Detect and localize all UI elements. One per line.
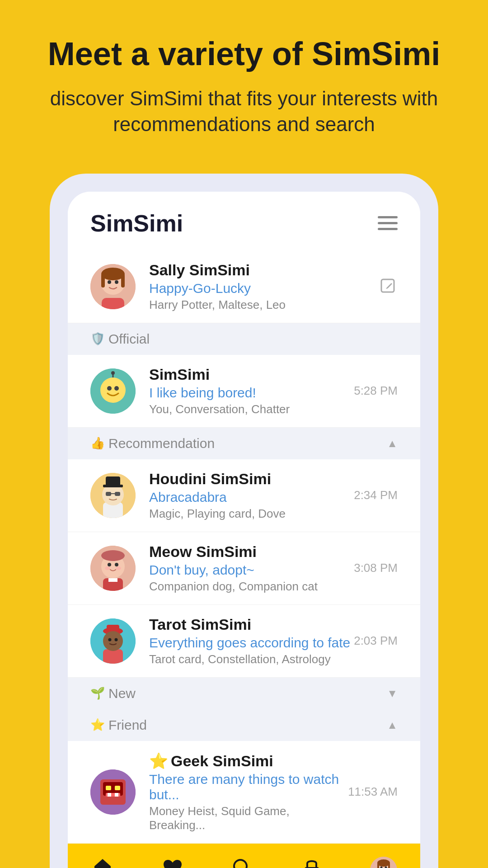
svg-point-6 — [115, 280, 118, 284]
collapse-icon[interactable]: ▲ — [387, 437, 398, 450]
svg-point-14 — [111, 371, 115, 375]
contact-tagline: I like being bored! — [149, 385, 354, 401]
svg-rect-20 — [106, 492, 111, 496]
contact-tags: Money Heist, Squid Game, Breaking... — [149, 804, 348, 832]
featured-contact-info: Sally SimSimi Happy-Go-Lucky Harry Potte… — [149, 261, 378, 312]
svg-point-27 — [115, 563, 118, 566]
contact-tags: Companion dog, Companion cat — [149, 580, 354, 594]
svg-point-10 — [100, 377, 126, 403]
contact-info-geek: ⭐Geek SimSimi There are many things to w… — [149, 752, 348, 832]
contact-info-houdini: Houdini SimSimi Abracadabra Magic, Playi… — [149, 470, 354, 521]
contact-tagline: Don't buy, adopt~ — [149, 562, 354, 578]
svg-point-11 — [107, 386, 112, 391]
hamburger-line-2 — [378, 222, 398, 224]
svg-point-37 — [108, 638, 112, 641]
section-header-new[interactable]: 🌱 New ▼ — [68, 678, 420, 709]
contact-tagline: Abracadabra — [149, 490, 354, 505]
featured-contact-name: Sally SimSimi — [149, 261, 378, 279]
section-label-new: New — [108, 686, 387, 701]
section-header-official: 🛡️ Official — [68, 323, 420, 355]
section-header-recommendation[interactable]: 👍 Recommendation ▲ — [68, 428, 420, 459]
contact-item-meow[interactable]: Meow SimSimi Don't buy, adopt~ Companion… — [68, 532, 420, 605]
featured-contact-tagline: Happy-Go-Lucky — [149, 281, 378, 296]
contact-item-geek[interactable]: ⭐Geek SimSimi There are many things to w… — [68, 741, 420, 844]
heart-icon — [161, 856, 184, 868]
nav-item-search[interactable] — [230, 856, 254, 868]
svg-rect-42 — [106, 786, 111, 790]
star-badge: ⭐ — [149, 752, 168, 769]
section-label-friend: Friend — [108, 717, 387, 733]
hamburger-menu-button[interactable] — [378, 216, 398, 230]
contact-item-tarot[interactable]: Tarot SimSimi Everything goes according … — [68, 605, 420, 678]
svg-point-26 — [108, 563, 111, 566]
svg-rect-54 — [377, 863, 379, 868]
svg-rect-45 — [108, 793, 111, 797]
svg-point-5 — [108, 280, 111, 284]
svg-point-29 — [116, 566, 121, 570]
nav-item-lock[interactable] — [300, 856, 324, 868]
svg-rect-33 — [103, 649, 123, 664]
contact-time: 5:28 PM — [354, 384, 398, 398]
section-label-recommendation: Recommendation — [108, 436, 387, 451]
hamburger-line-1 — [378, 216, 398, 218]
app-header: SimSimi — [68, 192, 420, 250]
contact-time: 11:53 AM — [348, 785, 398, 799]
search-icon — [230, 856, 254, 868]
home-icon — [91, 856, 114, 868]
svg-point-53 — [377, 859, 390, 867]
svg-rect-7 — [102, 298, 124, 309]
avatar — [90, 769, 136, 815]
svg-rect-4 — [121, 274, 125, 288]
app-logo: SimSimi — [90, 210, 183, 237]
contact-info-tarot: Tarot SimSimi Everything goes according … — [149, 616, 354, 666]
avatar — [90, 264, 136, 309]
contact-info-simsimi: SimSimi I like being bored! You, Convers… — [149, 366, 354, 416]
avatar — [90, 368, 136, 414]
contact-name: ⭐Geek SimSimi — [149, 752, 348, 770]
contact-info-meow: Meow SimSimi Don't buy, adopt~ Companion… — [149, 543, 354, 594]
avatar — [90, 473, 136, 518]
hamburger-line-3 — [378, 228, 398, 230]
svg-point-28 — [105, 566, 110, 570]
phone-container: SimSimi — [50, 174, 438, 868]
svg-rect-31 — [108, 578, 117, 582]
star-icon: ⭐ — [90, 718, 105, 732]
svg-rect-19 — [106, 476, 120, 486]
contact-time: 2:03 PM — [354, 634, 398, 648]
svg-point-38 — [115, 638, 118, 641]
svg-rect-8 — [381, 279, 394, 292]
contact-item-simsimi[interactable]: SimSimi I like being bored! You, Convers… — [68, 355, 420, 428]
contact-time: 2:34 PM — [354, 488, 398, 502]
bottom-nav — [68, 844, 420, 868]
svg-rect-55 — [388, 863, 390, 868]
svg-point-36 — [103, 631, 123, 651]
subtitle: discover SimSimi that fits your interest… — [27, 85, 461, 137]
svg-point-12 — [114, 386, 119, 391]
svg-point-47 — [234, 860, 247, 868]
nav-item-profile[interactable] — [370, 857, 397, 868]
shield-icon: 🛡️ — [90, 332, 105, 346]
collapse-icon[interactable]: ▲ — [387, 719, 398, 731]
app-screen: SimSimi — [68, 192, 420, 868]
contact-time: 3:08 PM — [354, 561, 398, 575]
nav-item-favorites[interactable] — [161, 856, 184, 868]
profile-avatar — [370, 857, 397, 868]
avatar — [90, 546, 136, 591]
svg-rect-21 — [115, 492, 120, 496]
collapse-icon[interactable]: ▼ — [387, 687, 398, 700]
contact-name: Tarot SimSimi — [149, 616, 354, 633]
featured-contact-item[interactable]: Sally SimSimi Happy-Go-Lucky Harry Potte… — [68, 250, 420, 323]
edit-icon[interactable] — [378, 276, 398, 297]
contact-name: SimSimi — [149, 366, 354, 383]
contact-tagline: Everything goes according to fate — [149, 635, 354, 651]
svg-rect-46 — [115, 793, 118, 797]
contact-name: Houdini SimSimi — [149, 470, 354, 488]
nav-item-home[interactable] — [91, 856, 114, 868]
section-label-official: Official — [108, 331, 398, 347]
contact-item-houdini[interactable]: Houdini SimSimi Abracadabra Magic, Playi… — [68, 459, 420, 532]
contact-tags: You, Conversation, Chatter — [149, 402, 354, 416]
svg-rect-43 — [115, 786, 120, 790]
section-header-friend[interactable]: ⭐ Friend ▲ — [68, 709, 420, 741]
contact-tagline: There are many things to watch but... — [149, 772, 348, 802]
featured-contact-tags: Harry Potter, Maltese, Leo — [149, 298, 378, 312]
